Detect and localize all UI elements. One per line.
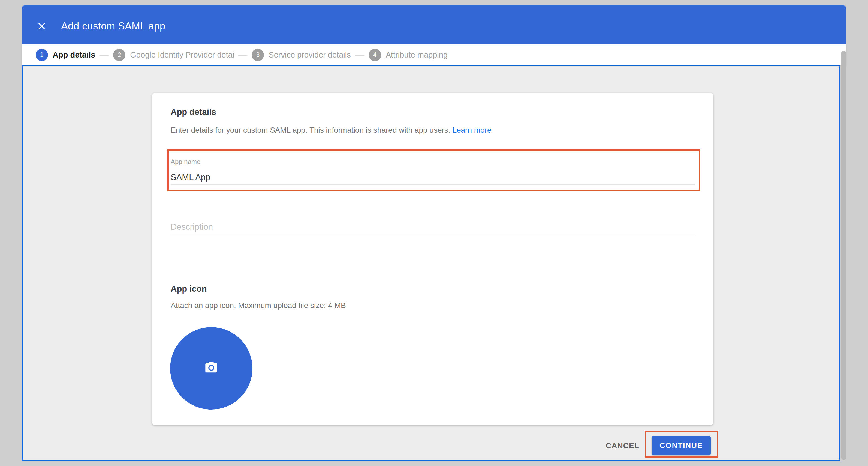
description-input[interactable] (170, 220, 695, 234)
learn-more-link[interactable]: Learn more (452, 126, 491, 134)
step-number-badge: 1 (36, 49, 48, 61)
step-app-details[interactable]: 1 App details (36, 49, 95, 61)
step-service-provider-details[interactable]: 3 Service provider details (252, 49, 350, 61)
dialog-header: Add custom SAML app (22, 5, 846, 45)
step-separator (355, 55, 365, 56)
continue-button[interactable]: CONTINUE (652, 436, 711, 455)
step-label: Service provider details (269, 51, 350, 59)
app-name-label: App name (170, 158, 200, 166)
step-number-badge: 4 (369, 49, 381, 61)
step-number-badge: 3 (252, 49, 264, 61)
stepper: 1 App details 2 Google Identity Provider… (22, 45, 846, 65)
step-label: Google Identity Provider details (130, 51, 234, 59)
close-icon[interactable] (35, 20, 48, 32)
app-name-annotation-highlight (167, 149, 700, 191)
step-label: Attribute mapping (386, 51, 447, 59)
vertical-scrollbar[interactable] (841, 51, 846, 460)
app-details-description: Enter details for your custom SAML app. … (170, 126, 492, 135)
app-name-input[interactable] (170, 171, 695, 185)
step-number-badge: 2 (113, 49, 125, 61)
step-google-idp-details[interactable]: 2 Google Identity Provider details (113, 49, 234, 61)
app-details-heading: App details (170, 107, 216, 117)
step-label: App details (53, 51, 95, 59)
app-icon-upload-button[interactable] (170, 327, 252, 410)
app-icon-description: Attach an app icon. Maximum upload file … (170, 301, 346, 310)
step-separator (238, 55, 248, 56)
cancel-button[interactable]: CANCEL (606, 441, 639, 450)
dialog-title: Add custom SAML app (61, 21, 165, 32)
camera-icon (204, 361, 218, 376)
app-icon-heading: App icon (170, 284, 207, 294)
step-separator (99, 55, 109, 56)
step-attribute-mapping[interactable]: 4 Attribute mapping (369, 49, 447, 61)
app-details-card: App details Enter details for your custo… (152, 93, 713, 425)
